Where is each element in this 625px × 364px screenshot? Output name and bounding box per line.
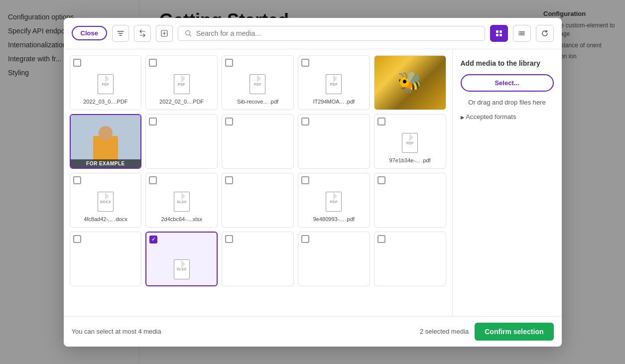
media-item[interactable]: PDF 2022_03_0....PDF [70,55,142,110]
translate-icon [160,29,168,37]
media-checkbox[interactable] [149,118,157,125]
media-checkbox[interactable] [225,235,233,243]
search-icon [184,29,192,37]
media-item[interactable] [374,55,446,110]
media-checkbox-checked[interactable] [149,236,157,243]
upload-panel: Add media to the library Select... Or dr… [452,49,562,316]
refresh-icon [541,29,549,37]
modal-footer: You can select at most 4 media 2 selecte… [64,316,562,347]
person-head [99,126,113,140]
list-view-button[interactable] [513,25,531,42]
list-icon [518,29,526,37]
pdf-icon: PDF [174,74,190,94]
media-item-empty[interactable] [298,232,370,286]
media-item-empty[interactable] [298,114,370,169]
media-checkbox[interactable] [225,118,233,125]
file-name: Sib-recove... .pdf [237,98,278,105]
file-name: 97e1b34e-... .pdf [389,157,431,164]
close-button[interactable]: Close [72,26,107,40]
translate-button[interactable] [156,25,173,42]
xlsx-icon: XLSX [174,192,190,212]
media-checkbox[interactable] [301,235,309,243]
svg-rect-4 [496,34,499,36]
media-item-selected[interactable]: FOR EXAMPLE [70,114,142,169]
media-item-empty[interactable] [222,173,294,228]
media-item[interactable]: PDF IT294MOA... .pdf [298,55,370,110]
modal-overlay: Close [0,0,625,364]
media-checkbox[interactable] [73,59,81,67]
media-item[interactable]: PDF 9e480993-... .pdf [298,173,370,228]
media-item[interactable]: DOCX 4fc8ad42-... .docx [70,173,142,228]
file-name: 2022_03_0....PDF [83,98,127,105]
media-checkbox[interactable] [225,176,233,184]
pdf-icon: PDF [326,192,342,212]
file-name: 4fc8ad42-... .docx [84,216,127,223]
media-item-empty[interactable] [374,173,446,228]
filter-icon [117,29,125,37]
media-grid: PDF 2022_03_0....PDF PDF 2022_02_0....PD… [70,55,446,286]
media-checkbox[interactable] [73,176,81,184]
refresh-button[interactable] [536,25,554,42]
media-checkbox[interactable] [377,176,385,184]
media-checkbox[interactable] [377,118,385,125]
search-container [178,26,485,41]
media-checkbox[interactable] [149,59,157,67]
sort-icon [138,29,146,37]
media-checkbox[interactable] [73,235,81,243]
docx-icon: DOCX [98,192,114,212]
media-checkbox[interactable] [301,118,309,125]
image-label: FOR EXAMPLE [71,159,141,168]
modal-body: PDF 2022_03_0....PDF PDF 2022_02_0....PD… [64,49,562,316]
xlsx-icon: XLSX [174,259,190,279]
grid-icon [495,29,503,37]
modal-toolbar: Close [64,18,562,49]
media-item-empty[interactable] [222,114,294,169]
file-name: IT294MOA... .pdf [313,98,355,105]
selected-count: 2 selected media [420,328,469,335]
grid-view-button[interactable] [490,25,508,42]
media-checkbox[interactable] [225,59,233,67]
sort-button[interactable] [134,25,151,42]
accepted-formats-toggle[interactable]: Accepted formats [461,113,554,121]
svg-rect-2 [496,30,499,33]
panel-title: Add media to the library [461,59,554,67]
media-item-empty[interactable] [145,114,218,169]
pdf-icon: PDF [250,74,265,94]
media-item[interactable]: PDF 97e1b34e-... .pdf [374,114,446,169]
filter-button[interactable] [112,25,129,42]
pdf-icon: PDF [402,133,418,153]
media-picker-modal: Close [64,18,562,347]
selection-limit-hint: You can select at most 4 media [72,328,161,335]
confirm-selection-button[interactable]: Confirm selection [475,323,553,341]
bee-image [375,56,446,110]
media-checkbox[interactable] [301,59,309,67]
search-input[interactable] [196,29,479,37]
media-item-empty[interactable] [70,232,142,286]
media-checkbox[interactable] [149,176,157,184]
file-name: 2022_02_0....PDF [159,98,204,105]
media-checkbox[interactable] [377,235,385,243]
pdf-icon: PDF [326,74,342,94]
media-item[interactable]: XLSX 2d4cbc64-....xlsx [145,173,218,228]
file-name: 9e480993-... .pdf [313,216,355,223]
media-item[interactable]: PDF Sib-recove... .pdf [222,55,294,110]
footer-right: 2 selected media Confirm selection [420,323,554,341]
media-grid-area: PDF 2022_03_0....PDF PDF 2022_02_0....PD… [64,49,452,316]
file-name: 2d4cbc64-....xlsx [161,216,202,223]
drag-drop-text: Or drag and drop files here [461,99,554,106]
select-files-button[interactable]: Select... [461,74,554,92]
pdf-icon: PDF [98,74,114,94]
media-item-selected[interactable]: XLSX [145,232,218,286]
media-item[interactable]: PDF 2022_02_0....PDF [145,55,218,110]
media-checkbox[interactable] [301,176,309,184]
media-item-empty[interactable] [222,232,294,286]
svg-rect-3 [500,30,502,33]
svg-rect-5 [500,34,502,36]
media-item-empty[interactable] [374,232,446,286]
